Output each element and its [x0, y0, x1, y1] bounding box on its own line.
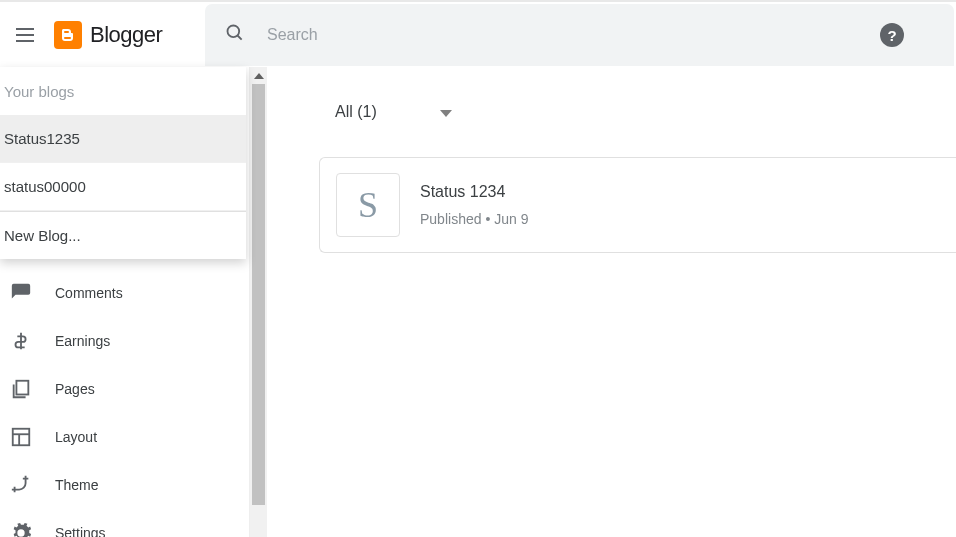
sidebar-item-label: Earnings [55, 333, 110, 349]
dropdown-new-blog-label: New Blog... [4, 227, 81, 244]
sidebar-item-label: Theme [55, 477, 99, 493]
search-bar: ? [205, 4, 954, 66]
sidebar-item-label: Layout [55, 429, 97, 445]
sidebar-item-label: Settings [55, 525, 106, 537]
sidebar-item-pages[interactable]: Pages [0, 365, 249, 413]
dropdown-new-blog[interactable]: New Blog... [0, 211, 246, 259]
post-meta: Status 1234 Published • Jun 9 [420, 183, 528, 227]
chevron-down-icon[interactable] [440, 103, 452, 121]
post-title: Status 1234 [420, 183, 528, 201]
scroll-up-icon[interactable] [250, 67, 267, 84]
post-status: Published [420, 211, 482, 227]
pages-icon [9, 377, 33, 401]
hamburger-menu-icon[interactable] [16, 23, 40, 47]
layout-icon [9, 425, 33, 449]
main-content: All (1) S Status 1234 Published • Jun 9 [267, 67, 956, 537]
sidebar-item-layout[interactable]: Layout [0, 413, 249, 461]
search-icon[interactable] [225, 23, 245, 47]
filter-label[interactable]: All (1) [335, 103, 377, 121]
svg-line-1 [238, 36, 242, 40]
dropdown-item-blog[interactable]: Status1235 [0, 115, 246, 163]
post-thumbnail: S [336, 173, 400, 237]
post-card[interactable]: S Status 1234 Published • Jun 9 [319, 157, 956, 253]
svg-rect-3 [13, 429, 30, 446]
sidebar-item-label: Pages [55, 381, 95, 397]
sidebar-item-theme[interactable]: Theme [0, 461, 249, 509]
sidebar-item-label: Comments [55, 285, 123, 301]
theme-icon [9, 473, 33, 497]
help-icon[interactable]: ? [880, 23, 904, 47]
gear-icon [9, 521, 33, 537]
blogger-logo-icon[interactable] [54, 21, 82, 49]
sidebar-item-settings[interactable]: Settings [0, 509, 249, 537]
post-subtitle: Published • Jun 9 [420, 211, 528, 227]
dollar-icon [9, 329, 33, 353]
search-input[interactable] [267, 26, 667, 44]
dropdown-item-blog[interactable]: status00000 [0, 163, 246, 211]
sidebar-scrollbar[interactable] [250, 67, 267, 537]
dropdown-item-label: status00000 [4, 178, 86, 195]
scroll-thumb[interactable] [252, 84, 265, 505]
brand-text: Blogger [90, 22, 162, 48]
filter-row: All (1) [267, 67, 956, 157]
separator-dot: • [485, 211, 490, 227]
svg-point-0 [228, 26, 240, 38]
sidebar-item-comments[interactable]: Comments [0, 269, 249, 317]
comment-icon [9, 281, 33, 305]
post-date: Jun 9 [494, 211, 528, 227]
dropdown-header: Your blogs [0, 67, 246, 115]
svg-rect-2 [16, 381, 28, 395]
dropdown-item-label: Status1235 [4, 130, 80, 147]
blog-selector-dropdown: Your blogs Status1235 status00000 New Bl… [0, 67, 246, 259]
sidebar-item-earnings[interactable]: Earnings [0, 317, 249, 365]
